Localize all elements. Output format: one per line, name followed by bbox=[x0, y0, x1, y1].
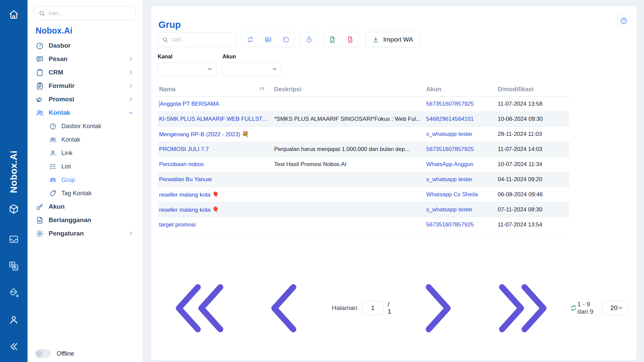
home-icon[interactable] bbox=[8, 9, 19, 20]
user-icon[interactable] bbox=[8, 314, 19, 325]
search-icon bbox=[39, 10, 45, 17]
account-link[interactable]: s_whatsapp tester bbox=[426, 206, 498, 213]
collapse-sidebar-icon[interactable] bbox=[8, 341, 19, 352]
sidebar-item-dasbor-kontak[interactable]: Dasbor Kontak bbox=[34, 119, 136, 133]
modified-date: 28-11-2024 11:03 bbox=[498, 131, 569, 138]
document-icon bbox=[36, 216, 44, 224]
search-icon bbox=[162, 37, 168, 43]
gear-icon bbox=[36, 229, 44, 238]
table-header: Nama Deskripsi Akun Dimodifikasi bbox=[158, 83, 569, 97]
account-link[interactable]: 567351607857925 bbox=[426, 146, 498, 153]
page-size-value: 20 bbox=[610, 304, 617, 312]
download-icon bbox=[372, 36, 379, 43]
chevron-right-icon bbox=[128, 69, 134, 75]
sidebar-item-label: Berlangganan bbox=[49, 216, 91, 224]
filter-kanal: Kanal bbox=[158, 54, 216, 76]
sidebar-item-dasbor[interactable]: Dasbor bbox=[34, 39, 136, 52]
group-name-link[interactable]: Anggota PT BERSAMA bbox=[158, 101, 274, 108]
sidebar-item-link[interactable]: Link bbox=[34, 146, 136, 160]
sidebar-item-label: Grup bbox=[61, 176, 75, 184]
sidebar-item-kontak[interactable]: Kontak bbox=[34, 133, 136, 146]
sidebar-item-kontak[interactable]: Kontak bbox=[34, 106, 136, 119]
modified-date: 11-07-2024 13:58 bbox=[498, 101, 569, 107]
table-search[interactable] bbox=[158, 32, 236, 47]
group-name-link[interactable]: reseller malang kota 🎈 bbox=[158, 191, 274, 198]
sidebar-item-label: Link bbox=[61, 150, 72, 157]
account-link[interactable]: s_whatsapp tester bbox=[426, 176, 498, 183]
kanal-select[interactable] bbox=[158, 62, 216, 76]
last-page-button[interactable] bbox=[480, 266, 564, 350]
import-wa-button[interactable]: Import WA bbox=[365, 32, 420, 47]
table-row: target promosi56735160785792511-07-2024 … bbox=[158, 217, 569, 232]
modified-date: 04-11-2024 09:20 bbox=[498, 176, 569, 183]
pagination: Halaman / 1 1 - 9 dari 9 20 bbox=[158, 266, 629, 350]
group-name-link[interactable]: target promosi bbox=[158, 221, 274, 228]
svg-text:x: x bbox=[331, 39, 333, 42]
export-excel-button[interactable]: x bbox=[323, 32, 341, 47]
group-name-link[interactable]: Mengenang RP-B (2022 - 2023) 💐 bbox=[158, 131, 274, 138]
export-pdf-button[interactable]: A bbox=[341, 32, 359, 47]
inbox-icon[interactable] bbox=[8, 234, 19, 245]
account-link[interactable]: 546829614564101 bbox=[426, 116, 498, 122]
table-search-input[interactable] bbox=[172, 36, 232, 43]
auto-refresh-button[interactable] bbox=[300, 32, 318, 47]
sidebar-item-pesan[interactable]: Pesan bbox=[34, 52, 136, 66]
group-name-link[interactable]: reseller malang kota 🎈 bbox=[158, 206, 274, 213]
sidebar-search-input[interactable] bbox=[49, 10, 132, 17]
modified-date: 11-07-2024 13:54 bbox=[498, 221, 569, 228]
group-name-link[interactable]: PROMOSI JULI 7.7 bbox=[158, 146, 274, 153]
translate-icon[interactable] bbox=[8, 260, 19, 272]
users-icon bbox=[49, 136, 57, 144]
users-icon bbox=[36, 109, 44, 117]
first-page-button[interactable] bbox=[158, 266, 242, 350]
page-number-input[interactable] bbox=[362, 301, 384, 315]
content-card: Grup x A Import WA bbox=[151, 6, 637, 360]
sidebar-item-tag-kontak[interactable]: Tag Kontak bbox=[34, 187, 136, 200]
help-button[interactable] bbox=[617, 14, 630, 27]
table-row: Percobaan noboxTest Hasil Promosi Nobox.… bbox=[158, 157, 569, 172]
prev-page-button[interactable] bbox=[242, 266, 326, 350]
sidebar-item-akun[interactable]: Akun bbox=[34, 200, 136, 213]
table-icon bbox=[264, 36, 272, 43]
offline-toggle[interactable] bbox=[35, 349, 51, 358]
group-name-link[interactable]: KI-SMK PLUS ALMAARIF WEB FULLSTAC... bbox=[158, 116, 274, 122]
sidebar-item-crm[interactable]: CRM bbox=[34, 66, 136, 79]
ink-drop-icon[interactable] bbox=[8, 287, 19, 299]
refresh-icon bbox=[247, 36, 254, 43]
sidebar-item-formulir[interactable]: Formulir bbox=[34, 79, 136, 93]
modified-date: 07-11-2024 08:30 bbox=[498, 206, 569, 213]
sidebar-item-label: Kontak bbox=[61, 136, 80, 143]
account-link[interactable]: WhatsApp Anggun bbox=[426, 161, 498, 168]
sidebar-item-label: List bbox=[61, 163, 71, 170]
table-view-button[interactable] bbox=[259, 32, 277, 47]
sidebar-item-label: Promosi bbox=[49, 96, 74, 103]
sidebar-item-promosi[interactable]: Promosi bbox=[34, 93, 136, 106]
account-link[interactable]: 567351607857925 bbox=[426, 221, 498, 228]
refresh-button[interactable] bbox=[241, 32, 259, 47]
sort-icon[interactable] bbox=[259, 86, 265, 93]
export-button-group: x A bbox=[323, 32, 359, 47]
sidebar-item-pengaturan[interactable]: Pengaturan bbox=[34, 227, 136, 240]
package-icon[interactable] bbox=[8, 203, 19, 215]
modified-date: 11-07-2024 14:03 bbox=[498, 146, 569, 153]
account-link[interactable]: Whatsapp Cs Sheila bbox=[426, 191, 498, 198]
sidebar-brand: Nobox.Ai bbox=[36, 26, 136, 36]
account-link[interactable]: 567351607857925 bbox=[426, 101, 498, 107]
next-page-button[interactable] bbox=[396, 266, 480, 350]
sidebar-item-grup[interactable]: Grup bbox=[34, 173, 136, 187]
sidebar-item-label: Dasbor Kontak bbox=[61, 123, 101, 130]
reload-table-button[interactable] bbox=[570, 303, 577, 313]
tag-icon bbox=[49, 190, 57, 197]
akun-select[interactable] bbox=[222, 62, 281, 76]
account-link[interactable]: s_whatsapp tester bbox=[426, 131, 498, 138]
sidebar-item-list[interactable]: List bbox=[34, 160, 136, 173]
group-name-link[interactable]: Percobaan nobox bbox=[158, 161, 274, 168]
group-name-link[interactable]: Perwalian Bu Yanuar bbox=[158, 176, 274, 183]
sidebar-item-berlangganan[interactable]: Berlangganan bbox=[34, 213, 136, 227]
offline-label: Offline bbox=[57, 350, 74, 357]
sidebar: Nobox.Ai DasborPesanCRMFormulirPromosiKo… bbox=[28, 0, 143, 362]
page-size-select[interactable]: 20 bbox=[602, 301, 629, 315]
sidebar-search[interactable] bbox=[34, 6, 136, 20]
reset-button[interactable] bbox=[277, 32, 295, 47]
chevron-down-icon bbox=[271, 66, 278, 72]
